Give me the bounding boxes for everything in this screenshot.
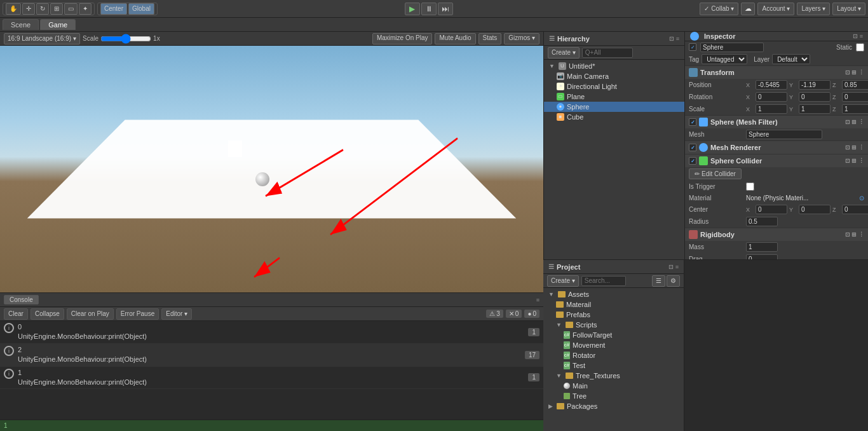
project-search[interactable] bbox=[581, 276, 626, 286]
project-create-button[interactable]: Create ▾ bbox=[547, 275, 579, 287]
pos-x-field[interactable] bbox=[756, 80, 787, 90]
clear-on-play-button[interactable]: Clear on Play bbox=[67, 308, 114, 320]
hierarchy-search[interactable] bbox=[582, 48, 633, 58]
tag-dropdown[interactable]: Untagged bbox=[702, 54, 747, 64]
hierarchy-create-button[interactable]: Create ▾ bbox=[548, 47, 580, 58]
collapse-button[interactable]: Collapse bbox=[31, 308, 64, 320]
drag-field[interactable] bbox=[746, 254, 778, 259]
tree-textures-folder-item[interactable]: ▼ Tree_Textures bbox=[543, 371, 684, 381]
center-button[interactable]: Center bbox=[100, 3, 127, 15]
rotate-tool[interactable]: ↻ bbox=[36, 3, 49, 15]
movement-item[interactable]: c# Movement bbox=[543, 340, 684, 350]
center-y-field[interactable] bbox=[799, 205, 831, 214]
project-settings[interactable]: ⚙ bbox=[667, 275, 680, 287]
rotator-item[interactable]: c# Rotator bbox=[543, 350, 684, 360]
materail-folder-item[interactable]: Materail bbox=[543, 299, 684, 310]
cloud-button[interactable]: ☁ bbox=[741, 3, 755, 15]
error-pause-button[interactable]: Error Pause bbox=[116, 308, 159, 320]
pause-button[interactable]: ⏸ bbox=[421, 3, 437, 15]
sphere-collider-header[interactable]: Sphere Collider ⊡ ⊞ ⋮ bbox=[685, 154, 868, 167]
console-count: 17 bbox=[525, 351, 539, 359]
step-button[interactable]: ⏭ bbox=[438, 3, 453, 15]
pos-y-field[interactable] bbox=[799, 80, 831, 90]
pos-z-field[interactable] bbox=[842, 80, 868, 90]
multi-tool[interactable]: ✦ bbox=[79, 3, 92, 15]
transform-header[interactable]: Transform ⊡ ⊞ ⋮ bbox=[685, 66, 868, 79]
tab-game[interactable]: Game bbox=[40, 19, 76, 30]
object-name-field[interactable] bbox=[700, 43, 764, 52]
center-z-field[interactable] bbox=[842, 205, 868, 214]
status-bar: 1 bbox=[0, 420, 543, 431]
main-mat-item[interactable]: Main bbox=[543, 381, 684, 391]
radius-field[interactable] bbox=[746, 217, 778, 226]
center-x-field[interactable] bbox=[756, 205, 787, 214]
prefabs-folder-item[interactable]: Prefabs bbox=[543, 310, 684, 320]
rigidbody-header[interactable]: Rigidbody ⊡ ⊞ ⋮ bbox=[685, 228, 868, 241]
rot-z-field[interactable] bbox=[842, 92, 868, 102]
move-tool[interactable]: ✛ bbox=[22, 3, 35, 15]
hierarchy-panel: ☰ Hierarchy ⊡ ≡ Create ▾ ▼ U Untitled* bbox=[543, 32, 684, 259]
hierarchy-scene-item[interactable]: ▼ U Untitled* bbox=[544, 61, 684, 71]
rect-tool[interactable]: ▭ bbox=[64, 3, 78, 15]
console-toolbar: Clear Collapse Clear on Play Error Pause… bbox=[0, 307, 543, 321]
project-list-view[interactable]: ☰ bbox=[652, 275, 665, 287]
follow-target-item[interactable]: c# FollowTarget bbox=[543, 330, 684, 340]
scale-x-field[interactable] bbox=[756, 104, 787, 114]
mesh-renderer-checkbox[interactable] bbox=[689, 144, 696, 151]
test-item[interactable]: c# Test bbox=[543, 360, 684, 371]
radius-row: Radius bbox=[685, 216, 868, 228]
hierarchy-light-item[interactable]: ☀ Directional Light bbox=[544, 81, 684, 92]
collab-button[interactable]: ✓ Collab ▾ bbox=[700, 3, 738, 15]
console-row[interactable]: i 2UnityEngine.MonoBehaviour:print(Objec… bbox=[0, 344, 543, 367]
layers-button[interactable]: Layers ▾ bbox=[797, 3, 830, 15]
resolution-dropdown[interactable]: 16:9 Landscape (16:9) ▾ bbox=[4, 33, 80, 44]
layout-button[interactable]: Layout ▾ bbox=[832, 3, 865, 15]
layer-dropdown[interactable]: Default bbox=[772, 54, 810, 64]
hand-tool[interactable]: ✋ bbox=[6, 3, 21, 15]
hierarchy-plane-item[interactable]: ▭ Plane bbox=[544, 92, 684, 102]
scripts-icon bbox=[566, 322, 573, 328]
hierarchy-camera-item[interactable]: 📷 Main Camera bbox=[544, 71, 684, 81]
scale-slider[interactable] bbox=[100, 34, 151, 44]
scale-z-field[interactable] bbox=[842, 104, 868, 114]
sphere-collider-checkbox[interactable] bbox=[689, 157, 696, 165]
console-tab[interactable]: Console bbox=[4, 295, 39, 304]
hierarchy-sphere-item[interactable]: ● Sphere bbox=[544, 102, 684, 112]
hierarchy-cube-item[interactable]: ■ Cube bbox=[544, 112, 684, 122]
stats-button[interactable]: Stats bbox=[478, 33, 502, 44]
rot-x-field[interactable] bbox=[756, 92, 787, 102]
mesh-filter-checkbox[interactable] bbox=[689, 118, 696, 126]
sphere-icon: ● bbox=[557, 103, 564, 111]
console-count: 1 bbox=[528, 328, 539, 336]
editor-filter-button[interactable]: Editor ▾ bbox=[161, 308, 192, 320]
assets-folder-item[interactable]: ▼ Assets bbox=[543, 289, 684, 299]
maximize-on-play-button[interactable]: Maximize On Play bbox=[372, 33, 433, 44]
tab-scene[interactable]: Scene bbox=[3, 19, 39, 30]
mesh-filter-header[interactable]: Sphere (Mesh Filter) ⊡ ⊞ ⋮ bbox=[685, 116, 868, 128]
mesh-renderer-header[interactable]: Mesh Renderer ⊡ ⊞ ⋮ bbox=[685, 141, 868, 154]
scripts-folder-item[interactable]: ▼ Scripts bbox=[543, 320, 684, 330]
play-button[interactable]: ▶ bbox=[405, 3, 420, 15]
mute-audio-button[interactable]: Mute Audio bbox=[435, 33, 475, 44]
game-viewport bbox=[0, 46, 543, 292]
scale-tool[interactable]: ⊞ bbox=[50, 3, 63, 15]
object-active-checkbox[interactable] bbox=[689, 43, 696, 51]
static-checkbox[interactable] bbox=[856, 43, 864, 51]
scale-y-field[interactable] bbox=[799, 104, 831, 114]
console-info-icon: i bbox=[4, 323, 14, 333]
edit-collider-button[interactable]: ✏ Edit Collider bbox=[689, 168, 742, 179]
gizmos-button[interactable]: Gizmos ▾ bbox=[504, 33, 539, 44]
mesh-value-field[interactable] bbox=[746, 130, 822, 139]
console-row[interactable]: i 0UnityEngine.MonoBehaviour:print(Objec… bbox=[0, 321, 543, 344]
mass-field[interactable] bbox=[746, 242, 778, 252]
tree-textures-icon bbox=[566, 373, 573, 379]
clear-button[interactable]: Clear bbox=[4, 308, 28, 320]
console-row[interactable]: i 1UnityEngine.MonoBehaviour:print(Objec… bbox=[0, 367, 543, 390]
account-button[interactable]: Account ▾ bbox=[757, 3, 794, 15]
packages-folder-item[interactable]: ▶ Packages bbox=[543, 401, 684, 411]
material-picker-button[interactable]: ⊙ bbox=[859, 195, 864, 202]
tree-item[interactable]: Tree bbox=[543, 391, 684, 401]
is-trigger-checkbox[interactable] bbox=[746, 182, 754, 191]
global-button[interactable]: Global bbox=[128, 3, 154, 15]
rot-y-field[interactable] bbox=[799, 92, 831, 102]
